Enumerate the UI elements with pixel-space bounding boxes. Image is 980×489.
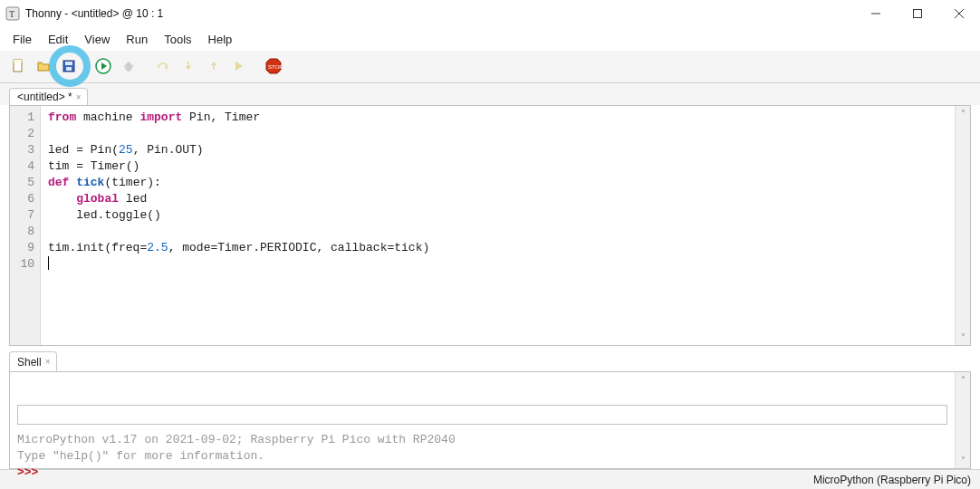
svg-marker-20 <box>235 62 243 71</box>
svg-rect-9 <box>65 62 72 65</box>
maximize-button[interactable] <box>897 0 938 27</box>
svg-text:STOP: STOP <box>268 64 282 70</box>
text-cursor <box>48 256 49 270</box>
code-editor[interactable]: 12345678910 from machine import Pin, Tim… <box>9 105 971 346</box>
line-number: 3 <box>10 142 34 158</box>
shell-banner-line-1: MicroPython v1.17 on 2021-09-02; Raspber… <box>17 432 947 448</box>
line-number: 10 <box>10 256 34 273</box>
editor-scrollbar[interactable]: ˄ ˅ <box>955 106 970 345</box>
save-file-button[interactable] <box>58 57 80 79</box>
line-number: 6 <box>10 191 34 207</box>
svg-rect-7 <box>14 60 22 62</box>
close-tab-icon[interactable]: × <box>76 92 82 102</box>
folder-open-icon <box>36 59 51 76</box>
step-into-icon <box>181 59 196 76</box>
svg-text:T: T <box>9 9 14 19</box>
line-number: 8 <box>10 224 34 240</box>
window-title: Thonny - <untitled> @ 10 : 1 <box>25 7 163 20</box>
line-number: 1 <box>10 110 34 126</box>
app-icon: T <box>5 6 20 21</box>
code-line[interactable]: tim = Timer() <box>48 158 947 175</box>
code-line[interactable] <box>48 224 947 240</box>
shell-blank-line <box>17 405 947 425</box>
code-line[interactable]: from machine import Pin, Timer <box>48 110 947 126</box>
step-over-button[interactable] <box>152 57 174 79</box>
editor-tab[interactable]: <untitled> * × <box>9 88 88 105</box>
resume-icon <box>232 59 246 76</box>
code-line[interactable]: tim.init(freq=2.5, mode=Timer.PERIODIC, … <box>48 240 947 256</box>
scroll-down-icon[interactable]: ˅ <box>961 330 966 345</box>
line-number: 7 <box>10 207 34 224</box>
step-into-button[interactable] <box>178 57 199 79</box>
svg-marker-18 <box>186 66 191 70</box>
menu-help[interactable]: Help <box>201 29 242 50</box>
stop-sign-icon: STOP <box>265 58 282 77</box>
run-button[interactable] <box>92 57 114 79</box>
line-number: 9 <box>10 240 34 256</box>
scroll-up-icon[interactable]: ˄ <box>961 106 966 121</box>
resume-button[interactable] <box>228 57 250 79</box>
debug-button[interactable] <box>118 57 139 79</box>
close-shell-tab-icon[interactable]: × <box>45 357 51 367</box>
minimize-button[interactable] <box>855 0 897 27</box>
bug-icon <box>121 59 136 76</box>
menu-view[interactable]: View <box>77 29 119 50</box>
shell-scrollbar[interactable]: ˄ ˅ <box>955 372 970 468</box>
shell-prompt: >>> <box>17 465 38 479</box>
menu-file[interactable]: File <box>5 29 41 50</box>
code-line[interactable]: led.toggle() <box>48 207 947 224</box>
shell-banner-line-2: Type "help()" for more information. <box>17 448 947 465</box>
code-line[interactable]: global led <box>48 191 947 207</box>
play-circle-icon <box>95 58 111 77</box>
editor-tab-label: <untitled> * <box>17 91 72 103</box>
svg-rect-10 <box>66 67 72 71</box>
svg-rect-3 <box>914 10 922 18</box>
line-number: 5 <box>10 175 34 191</box>
shell-tab[interactable]: Shell × <box>9 351 57 371</box>
save-disk-icon <box>62 59 76 76</box>
svg-line-4 <box>955 9 964 18</box>
toolbar: STOP <box>0 51 980 83</box>
step-out-icon <box>207 59 221 76</box>
step-out-button[interactable] <box>203 57 225 79</box>
shell-panel: Shell × MicroPython v1.17 on 2021-09-02;… <box>9 351 971 469</box>
shell-tab-label: Shell <box>17 356 42 369</box>
code-line[interactable] <box>48 256 947 273</box>
svg-point-13 <box>125 62 132 72</box>
editor-tab-strip: <untitled> * × <box>0 83 980 105</box>
scroll-up-icon[interactable]: ˄ <box>961 372 966 388</box>
stop-button[interactable]: STOP <box>263 57 284 79</box>
line-number: 4 <box>10 158 34 175</box>
close-button[interactable] <box>938 0 980 27</box>
code-line[interactable]: led = Pin(25, Pin.OUT) <box>48 142 947 158</box>
open-file-button[interactable] <box>33 57 54 79</box>
menu-run[interactable]: Run <box>119 29 157 50</box>
scroll-down-icon[interactable]: ˅ <box>961 453 966 468</box>
line-number: 2 <box>10 126 34 142</box>
menu-edit[interactable]: Edit <box>41 29 77 50</box>
menu-tools[interactable]: Tools <box>157 29 200 50</box>
file-new-icon <box>11 59 25 76</box>
title-bar: T Thonny - <untitled> @ 10 : 1 <box>0 0 980 27</box>
line-number-gutter: 12345678910 <box>10 106 41 345</box>
shell-text[interactable]: MicroPython v1.17 on 2021-09-02; Raspber… <box>10 372 955 468</box>
svg-marker-19 <box>211 62 216 65</box>
svg-line-5 <box>955 9 964 18</box>
menu-bar: File Edit View Run Tools Help <box>0 27 980 51</box>
code-line[interactable]: def tick(timer): <box>48 175 947 191</box>
shell-body[interactable]: MicroPython v1.17 on 2021-09-02; Raspber… <box>9 371 971 469</box>
code-line[interactable] <box>48 126 947 142</box>
code-area[interactable]: from machine import Pin, Timer led = Pin… <box>41 106 955 345</box>
step-over-icon <box>156 59 170 76</box>
new-file-button[interactable] <box>7 57 29 79</box>
